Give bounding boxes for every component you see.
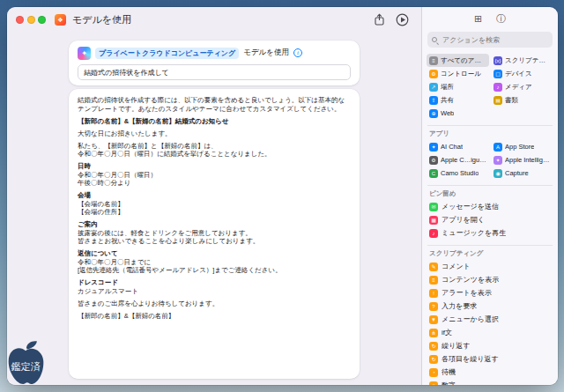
section-label: スクリプティング bbox=[429, 249, 551, 258]
result-block: 皆さまのご出席を心よりお待ちしております。 bbox=[78, 300, 351, 308]
category-documents[interactable]: ▤書類 bbox=[491, 93, 553, 107]
result-block: 【新郎の名前】&【新婦の名前】 bbox=[78, 312, 351, 321]
action-label: コンテンツを表示 bbox=[442, 275, 499, 285]
result-heading: ドレスコード bbox=[78, 278, 351, 287]
category-label: 書類 bbox=[505, 96, 518, 105]
watermark-text: 鑑定済 bbox=[11, 361, 41, 372]
category-media[interactable]: ♪メディア bbox=[491, 80, 553, 93]
result-heading: 【新郎の名前】&【新婦の名前】結婚式のお知らせ bbox=[78, 117, 351, 126]
result-line: 令和〇年〇月〇日までに bbox=[78, 258, 351, 267]
action-label: ミュージックを再生 bbox=[442, 228, 506, 238]
result-line: 【会場の住所】 bbox=[78, 208, 351, 217]
action-repeat-with-each[interactable]: ↻各項目を繰り返す bbox=[427, 352, 553, 366]
action-label: 繰り返す bbox=[442, 341, 470, 351]
action-open-app[interactable]: ▦アプリを開く bbox=[427, 213, 553, 226]
action-label: 各項目を繰り返す bbox=[442, 354, 499, 364]
action-app-store[interactable]: AApp Store bbox=[491, 140, 553, 153]
web-icon: ⊕ bbox=[429, 109, 438, 118]
zoom-button[interactable] bbox=[38, 16, 46, 24]
action-apple-intelligence[interactable]: ✦Apple Intelligence bbox=[491, 153, 553, 166]
category-sharing[interactable]: ⇧共有 bbox=[427, 93, 489, 107]
ai-chat-icon: ✦ bbox=[429, 143, 438, 152]
category-label: 共有 bbox=[441, 96, 454, 105]
traffic-lights bbox=[16, 16, 46, 24]
result-line: 結婚式の招待状を作成する際には、以下の要素を含めると良いでしょう。以下は基本的な… bbox=[78, 96, 351, 113]
search-input[interactable] bbox=[441, 35, 548, 45]
action-repeat[interactable]: ↻繰り返す bbox=[427, 339, 553, 352]
send-message-icon: ✉ bbox=[429, 203, 438, 211]
action-label: AI Chat bbox=[441, 143, 463, 151]
library-icon[interactable]: ⊞ bbox=[474, 14, 482, 24]
app-store-icon: A bbox=[494, 143, 502, 152]
action-apple-configurator[interactable]: ⚙Apple C…igurator bbox=[427, 153, 489, 166]
result-card[interactable]: 結婚式の招待状を作成する際には、以下の要素を含めると良いでしょう。以下は基本的な… bbox=[69, 89, 360, 379]
all-actions-icon: ≡ bbox=[429, 56, 438, 65]
action-wait[interactable]: ◔待機 bbox=[427, 366, 553, 379]
prompt-input[interactable] bbox=[78, 64, 351, 80]
category-label: 場所 bbox=[441, 83, 454, 92]
action-label: アプリを開く bbox=[442, 215, 485, 225]
model-token[interactable]: プライベートクラウドコンピューティング bbox=[95, 48, 239, 59]
action-camo-studio[interactable]: CCamo Studio bbox=[427, 166, 489, 180]
result-block: 結婚式の招待状を作成する際には、以下の要素を含めると良いでしょう。以下は基本的な… bbox=[78, 96, 351, 113]
action-comment[interactable]: ✎コメント bbox=[427, 260, 553, 273]
category-web[interactable]: ⊕Web bbox=[427, 107, 489, 120]
category-locations[interactable]: ↗場所 bbox=[427, 80, 489, 93]
action-if-statement[interactable]: ⋔if文 bbox=[427, 326, 553, 339]
result-block: ご案内披露宴の後には、軽食とドリンクをご用意しております。皆さまとお祝いできるこ… bbox=[78, 220, 351, 246]
if-statement-icon: ⋔ bbox=[429, 329, 438, 337]
action-label: 入力を要求 bbox=[442, 301, 477, 311]
action-show-alert[interactable]: !アラートを表示 bbox=[427, 286, 553, 300]
result-line: 大切な日にお招きいたします。 bbox=[78, 129, 351, 138]
sidebar-header: ⊞ ⓘ bbox=[422, 7, 558, 30]
apple-intelligence-icon: ✦ bbox=[78, 47, 91, 60]
comment-icon: ✎ bbox=[429, 263, 438, 271]
shortcut-icon: ❖ bbox=[55, 14, 66, 26]
search-field[interactable] bbox=[427, 32, 553, 48]
category-devices[interactable]: ▢デバイス bbox=[491, 67, 553, 80]
number-icon: # bbox=[429, 381, 438, 386]
share-button[interactable] bbox=[372, 12, 386, 26]
action-label: Camo Studio bbox=[441, 169, 479, 177]
action-choose-from-menu[interactable]: ▼メニューから選択 bbox=[427, 313, 553, 326]
section-label: アプリ bbox=[429, 129, 551, 138]
action-label: App Store bbox=[505, 143, 534, 151]
use-model-action-card[interactable]: ✦ プライベートクラウドコンピューティング モデルを使用 i bbox=[69, 41, 360, 85]
category-label: コントロール bbox=[441, 70, 481, 78]
run-button[interactable] bbox=[395, 12, 409, 26]
action-capture[interactable]: ◉Capture bbox=[491, 166, 553, 180]
section-label: ピン留め bbox=[429, 189, 551, 198]
sidebar-sections: アプリ✦AI ChatAApp Store⚙Apple C…igurator✦A… bbox=[422, 120, 558, 385]
shortcut-canvas: ✦ プライベートクラウドコンピューティング モデルを使用 i 結婚式の招待状を作… bbox=[7, 32, 421, 385]
action-label: メニューから選択 bbox=[442, 314, 499, 324]
editor-column: ❖ モデルを使用 bbox=[7, 7, 421, 385]
action-send-message[interactable]: ✉メッセージを送信 bbox=[427, 200, 553, 213]
section-divider bbox=[427, 185, 553, 186]
result-line: 披露宴の後には、軽食とドリンクをご用意しております。 bbox=[78, 229, 351, 238]
titlebar: ❖ モデルを使用 bbox=[7, 7, 421, 32]
action-label: 待機 bbox=[442, 367, 456, 377]
result-block: 会場【会場の名前】【会場の住所】 bbox=[78, 191, 351, 217]
category-controls[interactable]: ⚙コントロール bbox=[427, 67, 489, 80]
category-scripting[interactable]: {x}スクリプティング bbox=[491, 54, 553, 67]
play-music-icon: ♪ bbox=[429, 229, 438, 238]
action-ai-chat[interactable]: ✦AI Chat bbox=[427, 140, 489, 153]
info-circle-icon[interactable]: ⓘ bbox=[496, 14, 506, 24]
action-show-content[interactable]: ≡コンテンツを表示 bbox=[427, 273, 553, 286]
apple-configurator-icon: ⚙ bbox=[429, 156, 438, 165]
action-play-music[interactable]: ♪ミュージックを再生 bbox=[427, 226, 553, 240]
action-library-sidebar: ⊞ ⓘ ≡すべてのアクシ…{x}スクリプティング⚙コントロール▢デバイス↗場所♪… bbox=[421, 7, 558, 385]
repeat-icon: ↻ bbox=[429, 342, 438, 351]
scripting-icon: {x} bbox=[494, 56, 502, 65]
play-icon bbox=[396, 13, 409, 26]
result-heading: 返信について bbox=[78, 249, 351, 258]
minimize-button[interactable] bbox=[27, 16, 35, 24]
info-icon[interactable]: i bbox=[293, 48, 302, 57]
close-button[interactable] bbox=[16, 16, 24, 24]
result-block: 日時令和〇年〇月〇日（曜日）午後〇時〇分より bbox=[78, 162, 351, 188]
choose-from-menu-icon: ▼ bbox=[429, 315, 438, 324]
action-ask-for-input[interactable]: ?入力を要求 bbox=[427, 300, 553, 313]
action-number[interactable]: #数字 bbox=[427, 379, 553, 385]
camo-studio-icon: C bbox=[429, 169, 438, 178]
category-all-actions[interactable]: ≡すべてのアクシ… bbox=[427, 54, 489, 67]
